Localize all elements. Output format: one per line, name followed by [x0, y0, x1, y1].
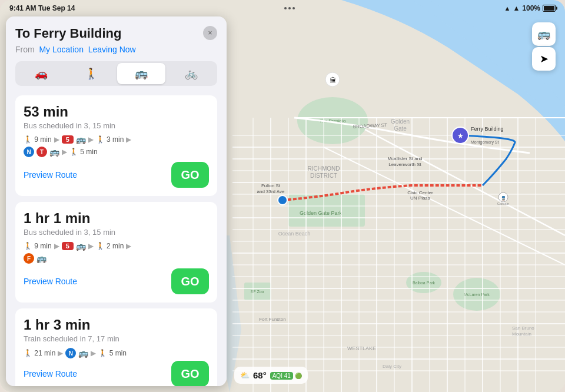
- map-buttons: 🚌 ➤: [532, 22, 556, 71]
- status-time: 9:41 AM Tue Sep 14: [9, 4, 75, 12]
- go-button-1[interactable]: GO: [171, 162, 209, 188]
- go-button-2[interactable]: GO: [171, 268, 209, 294]
- route-3-time: 1 hr 3 min: [24, 317, 209, 333]
- close-button[interactable]: ×: [203, 26, 217, 40]
- svg-text:RICHMOND: RICHMOND: [308, 165, 340, 172]
- line-t-badge: T: [36, 147, 47, 157]
- svg-text:Civic Center: Civic Center: [407, 190, 433, 195]
- walk-step: 🚶 9 min: [24, 135, 52, 144]
- route-3-steps: 🚶 21 min ▶ N 🚌 ▶ 🚶 5 min: [24, 348, 209, 358]
- svg-text:WESTLAKE: WESTLAKE: [347, 346, 376, 351]
- transport-mode-tabs: 🚗 🚶 🚌 🚲: [15, 61, 217, 86]
- wifi-icon: ▲: [513, 4, 520, 12]
- route-1-schedule: Bus scheduled in 3, 15 min: [24, 121, 209, 130]
- location-icon: ▲: [504, 5, 511, 12]
- bus-badge-5: 5: [62, 135, 74, 144]
- bus-icon: 🚌: [76, 135, 86, 144]
- route-card-3: 1 hr 3 min Train scheduled in 7, 17 min …: [15, 308, 217, 386]
- from-location-link[interactable]: My Location: [39, 45, 83, 54]
- line-n-badge: N: [24, 147, 34, 157]
- svg-text:Fulton St: Fulton St: [261, 183, 281, 188]
- line-f-badge: F: [24, 253, 34, 264]
- svg-text:Montgomery St: Montgomery St: [471, 140, 499, 145]
- preview-route-1[interactable]: Preview Route: [24, 170, 77, 180]
- weather-widget[interactable]: ⛅ 68° AQI 41 🟢: [234, 367, 308, 384]
- svg-text:SF Zoo: SF Zoo: [251, 290, 264, 294]
- route-2-schedule: Bus scheduled in 3, 15 min: [24, 228, 209, 237]
- tab-car[interactable]: 🚗: [17, 63, 66, 84]
- svg-text:Golden: Golden: [391, 118, 410, 125]
- route-1-footer: Preview Route GO: [24, 162, 209, 188]
- panel-title: To Ferry Building: [15, 26, 121, 41]
- svg-text:★: ★: [457, 132, 464, 140]
- svg-text:and 33rd Ave: and 33rd Ave: [257, 189, 285, 194]
- svg-text:Mcallister St and: Mcallister St and: [387, 156, 422, 161]
- route-3-footer: Preview Route GO: [24, 361, 209, 386]
- tab-bike[interactable]: 🚲: [167, 63, 215, 84]
- svg-text:Mountain: Mountain: [512, 331, 531, 337]
- svg-text:San Bruno: San Bruno: [512, 325, 534, 331]
- route-2-footer: Preview Route GO: [24, 268, 209, 294]
- panel-header: To Ferry Building ×: [15, 26, 217, 41]
- svg-text:Caltrain: Caltrain: [497, 202, 510, 205]
- svg-text:Fort Funston: Fort Funston: [259, 317, 285, 322]
- leaving-now-link[interactable]: Leaving Now: [88, 45, 136, 54]
- battery-icon: [543, 5, 556, 12]
- location-button[interactable]: ➤: [532, 47, 556, 71]
- route-2-time: 1 hr 1 min: [24, 210, 209, 227]
- svg-text:🚆: 🚆: [501, 195, 506, 201]
- route-card-2: 1 hr 1 min Bus scheduled in 3, 15 min 🚶 …: [15, 202, 217, 303]
- svg-text:Balboa Park: Balboa Park: [413, 281, 436, 285]
- transit-map-button[interactable]: 🚌: [532, 22, 556, 46]
- weather-temp: 68°: [253, 370, 267, 380]
- preview-route-3[interactable]: Preview Route: [24, 369, 77, 378]
- svg-text:Ocean Beach: Ocean Beach: [278, 231, 311, 237]
- tab-transit[interactable]: 🚌: [117, 63, 166, 84]
- svg-text:Gate: Gate: [394, 125, 407, 132]
- svg-text:McLaren Park: McLaren Park: [464, 293, 490, 297]
- svg-text:Leavenworth St: Leavenworth St: [388, 162, 421, 167]
- svg-text:DISTRICT: DISTRICT: [310, 172, 337, 179]
- tab-walk[interactable]: 🚶: [67, 63, 116, 84]
- route-2-steps: 🚶 9 min ▶ 5 🚌 ▶ 🚶 2 min ▶: [24, 241, 209, 251]
- status-bar: 9:41 AM Tue Sep 14 ▲ ▲ 100%: [0, 0, 565, 16]
- route-2-steps-2: F 🚌: [24, 253, 209, 264]
- route-1-steps: 🚶 9 min ▶ 5 🚌 ▶ 🚶 3 min ▶: [24, 135, 209, 144]
- weather-aqi: AQI 41 🟢: [270, 371, 303, 380]
- line-n-badge-r3: N: [65, 348, 76, 358]
- go-button-3[interactable]: GO: [171, 361, 209, 386]
- status-indicators: ▲ ▲ 100%: [504, 4, 556, 12]
- directions-panel[interactable]: To Ferry Building × From My Location Lea…: [6, 16, 227, 386]
- status-center-dots: [284, 7, 295, 9]
- svg-text:Ferry Building: Ferry Building: [471, 126, 504, 132]
- svg-text:UN Plaza: UN Plaza: [410, 195, 430, 201]
- svg-text:Daly City: Daly City: [383, 364, 401, 369]
- route-card-1: 53 min Bus scheduled in 3, 15 min 🚶 9 mi…: [15, 95, 217, 196]
- preview-route-2[interactable]: Preview Route: [24, 277, 77, 286]
- battery-percent: 100%: [522, 4, 540, 12]
- weather-icon: ⛅: [240, 371, 250, 380]
- bus-badge-5-r2: 5: [62, 242, 74, 250]
- route-3-schedule: Train scheduled in 7, 17 min: [24, 334, 209, 343]
- route-1-time: 53 min: [24, 104, 209, 120]
- svg-point-51: [278, 195, 287, 205]
- svg-text:🏛: 🏛: [330, 77, 336, 84]
- panel-subtitle: From My Location Leaving Now: [15, 45, 217, 54]
- route-1-steps-2: N T 🚌 ▶ 🚶 5 min: [24, 147, 209, 157]
